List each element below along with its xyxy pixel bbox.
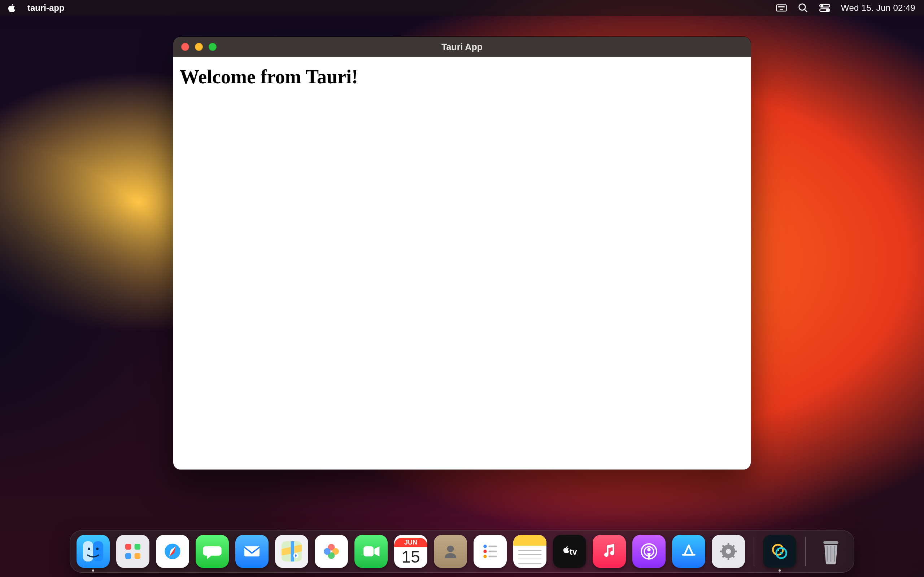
trash-icon [820, 538, 842, 564]
svg-line-5 [804, 10, 808, 12]
safari-icon [162, 541, 183, 561]
svg-marker-31 [374, 546, 380, 556]
svg-point-7 [821, 5, 823, 6]
dock-photos[interactable] [315, 535, 348, 568]
svg-point-47 [726, 549, 731, 554]
svg-line-53 [733, 556, 735, 558]
dock-podcasts[interactable] [632, 535, 666, 568]
tauri-icon [769, 541, 790, 561]
dock-music[interactable] [593, 535, 626, 568]
dock-maps[interactable] [275, 535, 308, 568]
dock-system-settings[interactable] [712, 535, 745, 568]
music-icon [599, 541, 619, 561]
dock-appstore[interactable] [672, 535, 705, 568]
dock-tauri-app[interactable] [763, 535, 796, 568]
svg-point-13 [96, 548, 99, 550]
svg-line-52 [723, 546, 724, 548]
menubar: tauri-app Wed 15. Jun 02:49 [0, 0, 924, 16]
dock-trash[interactable] [814, 535, 848, 568]
contacts-icon [440, 541, 460, 561]
messages-icon [202, 541, 222, 561]
spotlight-search-icon[interactable] [798, 3, 809, 13]
svg-rect-11 [93, 541, 103, 561]
notes-icon [513, 535, 546, 546]
window-zoom-button[interactable] [208, 43, 216, 51]
facetime-icon [361, 541, 381, 561]
svg-rect-60 [823, 541, 838, 544]
svg-line-43 [684, 546, 689, 555]
finder-icon [83, 541, 103, 561]
tv-icon: tv [559, 541, 580, 561]
control-center-icon[interactable] [819, 3, 830, 13]
search-icon [798, 3, 809, 13]
podcasts-icon [639, 541, 659, 561]
svg-rect-14 [125, 544, 131, 550]
calendar-month-label: JUN [394, 538, 427, 547]
menubar-app-name[interactable]: tauri-app [27, 3, 65, 13]
window-close-button[interactable] [181, 43, 189, 51]
svg-rect-36 [488, 551, 497, 553]
calendar-day-label: 15 [394, 547, 427, 567]
window-traffic-lights [181, 43, 216, 51]
dock-calendar[interactable]: JUN 15 [394, 535, 427, 568]
appstore-icon [678, 541, 699, 561]
svg-rect-22 [244, 546, 260, 556]
svg-point-9 [827, 10, 828, 11]
svg-point-37 [483, 554, 486, 558]
keyboard-viewer-icon[interactable] [776, 3, 787, 13]
window-minimize-button[interactable] [195, 43, 203, 51]
settings-icon [718, 541, 738, 561]
svg-point-12 [88, 548, 90, 550]
window-title: Tauri App [441, 42, 483, 52]
svg-point-35 [483, 550, 486, 553]
dock-facetime[interactable] [354, 535, 388, 568]
mail-icon [242, 541, 262, 561]
dock: JUN 15 tv [69, 530, 855, 573]
svg-point-42 [647, 548, 650, 551]
dock-divider [754, 537, 754, 566]
launchpad-icon [123, 541, 143, 561]
dock-notes[interactable] [513, 535, 546, 568]
svg-rect-17 [135, 553, 141, 559]
svg-point-32 [447, 546, 454, 553]
dock-divider-trash [805, 537, 806, 566]
menubar-clock[interactable]: Wed 15. Jun 02:49 [841, 3, 915, 13]
svg-rect-16 [125, 553, 131, 559]
dock-tv[interactable]: tv [553, 535, 586, 568]
dock-reminders[interactable] [473, 535, 507, 568]
svg-point-59 [780, 552, 782, 554]
svg-point-33 [483, 545, 486, 548]
svg-rect-10 [83, 541, 93, 561]
dock-safari[interactable] [156, 535, 189, 568]
svg-line-44 [689, 546, 693, 555]
svg-rect-34 [488, 546, 497, 548]
welcome-heading: Welcome from Tauri! [180, 66, 744, 88]
dock-finder[interactable] [76, 535, 110, 568]
window-titlebar[interactable]: Tauri App [173, 37, 751, 57]
dock-mail[interactable] [235, 535, 268, 568]
svg-rect-38 [488, 556, 497, 558]
apple-logo-icon [6, 3, 17, 13]
dock-messages[interactable] [195, 535, 229, 568]
svg-line-54 [733, 546, 735, 548]
svg-point-4 [799, 4, 806, 10]
svg-text:tv: tv [570, 547, 577, 556]
dock-contacts[interactable] [434, 535, 467, 568]
maps-icon [281, 541, 302, 561]
svg-line-55 [723, 556, 724, 558]
window-content: Welcome from Tauri! [173, 57, 751, 469]
svg-rect-30 [363, 546, 373, 556]
svg-point-29 [324, 548, 331, 555]
apple-menu[interactable] [6, 3, 17, 13]
svg-rect-15 [135, 544, 141, 550]
dock-launchpad[interactable] [116, 535, 149, 568]
reminders-icon [480, 541, 500, 561]
photos-icon [321, 541, 341, 561]
app-window: Tauri App Welcome from Tauri! [173, 37, 751, 469]
